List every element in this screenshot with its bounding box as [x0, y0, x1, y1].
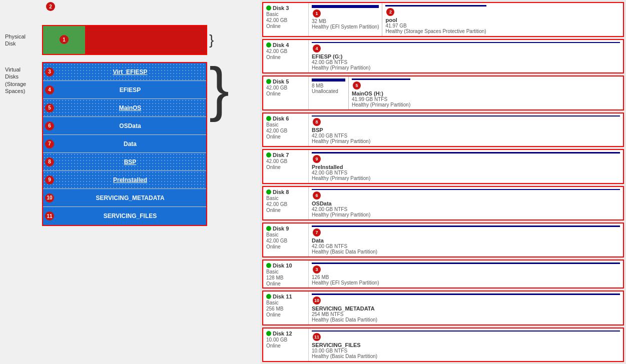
disk-status-8: Online	[266, 312, 305, 318]
badge-1: 1	[60, 35, 69, 44]
disk-row-disk-12: Disk 1210.00 GBOnline11SERVICING_FILES10…	[262, 328, 624, 362]
disk-info-8: Disk 11Basic256 MBOnline	[263, 292, 308, 324]
partition-desc-5-0: Healthy (Primary Partition)	[312, 212, 620, 218]
disk-info-9: Disk 1210.00 GBOnline	[263, 328, 308, 362]
partition-bar-2-0	[312, 78, 345, 82]
disk-status-7: Online	[266, 281, 305, 286]
disk-info-1: Disk 442.00 GBOnline	[263, 40, 308, 73]
partition-badge-3-0: 8	[313, 118, 321, 126]
partition-name-6-0: Data	[312, 238, 620, 244]
partition-badge-8-0: 10	[313, 296, 321, 304]
vdisk-badge-6: 6	[45, 122, 54, 130]
disk-status-2: Online	[266, 91, 305, 96]
disk-row-disk-6: Disk 6Basic42.00 GBOnline8BSP42.00 GB NT…	[262, 112, 624, 148]
vdisk-label-4: EFIESP	[55, 86, 205, 94]
vdisk-item-4: 4EFIESP	[43, 81, 206, 99]
disk-status-5: Online	[266, 208, 305, 213]
disk-partitions-1: 4EFIESP (G:)42.00 GB NTFSHealthy (Primar…	[308, 40, 623, 73]
vdisk-brace: }	[209, 62, 229, 114]
disk-partitions-0: 132 MBHealthy (EFI System Partition)2poo…	[308, 3, 623, 36]
partition-name-3-0: BSP	[312, 127, 620, 133]
disk-name-4: Disk 7	[273, 152, 289, 158]
physical-disk-box: 1 2	[42, 25, 207, 55]
disk-size-5: 42.00 GB	[266, 202, 305, 207]
physical-brace: }	[209, 33, 214, 47]
vdisk-badge-5: 5	[45, 104, 54, 112]
vdisk-label-9: PreInstalled	[55, 176, 205, 184]
disk-status-icon-5	[266, 190, 271, 194]
disk-status-icon-3	[266, 116, 271, 121]
disk-status-icon-0	[266, 6, 271, 10]
partition-size-2-1: 41.99 GB NTFS	[352, 96, 410, 102]
vdisk-item-5: 5MainOS	[43, 99, 206, 117]
disk-status-3: Online	[266, 134, 305, 140]
vdisk-label-11: SERVICING_FILES	[55, 212, 205, 220]
vdisk-item-11: 11SERVICING_FILES	[43, 207, 206, 225]
vdisk-item-3: 3Virt_EFIESP	[43, 63, 206, 81]
partition-badge-2-1: 5	[353, 82, 361, 90]
disk-size-9: 10.00 GB	[266, 337, 305, 342]
partition-8-0: 10SERVICING_METADATA254 MB NTFSHealthy (…	[309, 292, 623, 324]
partition-4-0: 9PreInstalled42.00 GB NTFSHealthy (Prima…	[309, 150, 623, 183]
partition-size-9-0: 10.00 GB NTFS	[312, 348, 620, 354]
partition-size-2-0: 8 MB	[312, 83, 345, 88]
partition-bar-1-0	[312, 42, 620, 44]
disk-name-2: Disk 5	[273, 78, 289, 84]
partition-desc-0-1: Healthy (Storage Spaces Protective Parti…	[385, 28, 486, 34]
disk-size-2: 42.00 GB	[266, 85, 305, 90]
disk-partitions-8: 10SERVICING_METADATA254 MB NTFSHealthy (…	[308, 292, 623, 324]
physical-disk-label: PhysicalDisk	[5, 33, 40, 48]
disk-row-disk-9: Disk 9Basic42.00 GBOnline7Data42.00 GB N…	[262, 222, 624, 258]
disk-status-6: Online	[266, 244, 305, 250]
disk-info-2: Disk 542.00 GBOnline	[263, 76, 308, 110]
partition-size-5-0: 42.00 GB NTFS	[312, 206, 620, 212]
partition-9-0: 11SERVICING_FILES10.00 GB NTFSHealthy (B…	[309, 328, 623, 362]
partition-desc-9-0: Healthy (Basic Data Partition)	[312, 354, 620, 359]
partition-size-4-0: 42.00 GB NTFS	[312, 170, 620, 176]
disk-info-6: Disk 9Basic42.00 GBOnline	[263, 224, 308, 256]
partition-bar-0-1	[385, 5, 486, 6]
disk-status-icon-7	[266, 263, 271, 268]
disk-info-7: Disk 10Basic128 MBOnline	[263, 260, 308, 288]
disk-status-4: Online	[266, 164, 305, 170]
partition-desc-1-0: Healthy (Primary Partition)	[312, 65, 620, 70]
vdisk-item-9: 9PreInstalled	[43, 171, 206, 189]
partition-1-0: 4EFIESP (G:)42.00 GB NTFSHealthy (Primar…	[309, 40, 623, 73]
disk-partitions-5: 6OSData42.00 GB NTFSHealthy (Primary Par…	[308, 187, 623, 220]
disk-row-disk-7: Disk 742.00 GBOnline9PreInstalled42.00 G…	[262, 149, 624, 184]
partition-bar-7-0	[312, 262, 620, 264]
disk-type-0: Basic	[266, 12, 305, 17]
vdisk-badge-9: 9	[45, 176, 54, 184]
disk-row-disk-11: Disk 11Basic256 MBOnline10SERVICING_META…	[262, 290, 624, 326]
vdisk-badge-8: 8	[45, 158, 54, 166]
partition-2-1: 5MainOS (H:)41.99 GB NTFSHealthy (Primar…	[349, 76, 413, 110]
partition-size-7-0: 126 MB	[312, 274, 620, 280]
partition-name-5-0: OSData	[312, 200, 620, 206]
disk-status-icon-4	[266, 152, 271, 158]
disk-row-disk-8: Disk 8Basic42.00 GBOnline6OSData42.00 GB…	[262, 186, 624, 221]
vdisk-label-3: Virt_EFIESP	[55, 68, 205, 76]
partition-size-0-0: 32 MB	[312, 18, 379, 24]
disk-status-1: Online	[266, 54, 305, 60]
partition-badge-0-0: 1	[313, 10, 321, 18]
partition-desc-7-0: Healthy (EFI System Partition)	[312, 280, 620, 286]
disk-partitions-6: 7Data42.00 GB NTFSHealthy (Basic Data Pa…	[308, 224, 623, 256]
disk-name-3: Disk 6	[273, 116, 289, 122]
vdisk-badge-10: 10	[45, 194, 54, 202]
disk-size-4: 42.00 GB	[266, 158, 305, 164]
partition-size-3-0: 42.00 GB NTFS	[312, 133, 620, 138]
partition-desc-3-0: Healthy (Primary Partition)	[312, 138, 620, 144]
partition-desc-2-0: Unallocated	[312, 88, 345, 94]
vdisk-label-8: BSP	[55, 158, 205, 166]
partition-6-0: 7Data42.00 GB NTFSHealthy (Basic Data Pa…	[309, 224, 623, 256]
partition-size-8-0: 254 MB NTFS	[312, 312, 620, 317]
partition-bar-5-0	[312, 189, 620, 190]
disk-info-3: Disk 6Basic42.00 GBOnline	[263, 114, 308, 146]
disk-info-5: Disk 8Basic42.00 GBOnline	[263, 187, 308, 220]
disk-type-6: Basic	[266, 232, 305, 238]
partition-badge-4-0: 9	[313, 155, 321, 163]
partition-0-0: 132 MBHealthy (EFI System Partition)	[309, 3, 382, 36]
disk-partitions-2: 8 MBUnallocated5MainOS (H:)41.99 GB NTFS…	[308, 76, 623, 110]
disk-name-7: Disk 10	[273, 262, 292, 268]
partition-badge-9-0: 11	[313, 333, 321, 341]
